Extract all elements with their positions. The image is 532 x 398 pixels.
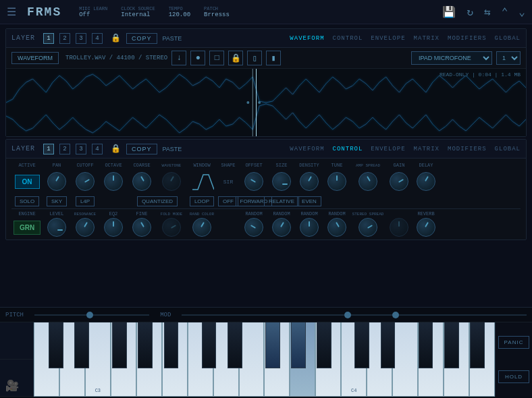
device-select[interactable]: IPAD MICROFONE xyxy=(411,51,492,65)
fine-knob[interactable] xyxy=(132,218,151,237)
random2-knob[interactable] xyxy=(272,218,291,237)
solo-button[interactable]: SOLO xyxy=(15,196,39,206)
black-key-13[interactable] xyxy=(419,322,433,368)
hold-button[interactable]: HOLD xyxy=(498,370,529,383)
paste-wave-icon[interactable]: ▮ xyxy=(266,51,281,65)
black-key-5[interactable] xyxy=(164,322,179,368)
layer2-num-4[interactable]: 4 xyxy=(92,144,103,154)
black-key-8[interactable] xyxy=(265,322,280,368)
cutoff-knob[interactable] xyxy=(76,172,95,191)
menu-icon[interactable]: ☰ xyxy=(7,5,16,19)
black-key-4[interactable] xyxy=(138,322,153,368)
layer1-copy-button[interactable]: COPY xyxy=(126,33,157,44)
tab-layer1-waveform[interactable]: WAVEFORM xyxy=(290,35,324,42)
tab-layer2-matrix[interactable]: MATRIX xyxy=(414,146,440,152)
black-key-6[interactable] xyxy=(202,322,217,368)
tab-layer1-modifiers[interactable]: MODIFIERS xyxy=(448,35,487,42)
coarse-knob[interactable] xyxy=(132,172,151,191)
grn-button[interactable]: GRN xyxy=(14,221,41,235)
tune-knob[interactable] xyxy=(327,172,346,191)
even-button[interactable]: EVEN xyxy=(297,196,321,206)
pitch-handle[interactable] xyxy=(86,312,93,318)
prev-icon[interactable]: ⌃ xyxy=(502,5,508,19)
wavetone-knob[interactable] xyxy=(162,172,181,191)
on-button[interactable]: ON xyxy=(15,175,40,189)
stereo-spread-knob[interactable] xyxy=(358,218,377,237)
sky-button[interactable]: SKY xyxy=(47,196,67,206)
loop-button[interactable]: LOOP xyxy=(190,196,214,206)
tab-layer2-waveform[interactable]: WAVEFORM xyxy=(290,146,324,152)
layer2-paste-button[interactable]: PASTE xyxy=(163,146,182,152)
density-knob[interactable] xyxy=(300,172,319,191)
knob-14[interactable] xyxy=(390,218,408,237)
tab-layer1-matrix[interactable]: MATRIX xyxy=(414,35,440,42)
mod-handle[interactable] xyxy=(344,312,351,318)
crop-icon[interactable]: □ xyxy=(209,51,224,65)
white-key-15[interactable] xyxy=(392,322,418,397)
eq2-knob[interactable] xyxy=(104,218,123,237)
video-icon[interactable]: 🎥 xyxy=(5,380,19,393)
lock-icon[interactable]: 🔒 xyxy=(228,51,243,65)
black-key-15[interactable] xyxy=(470,322,485,368)
random3-knob[interactable] xyxy=(300,218,319,237)
relative-button[interactable]: RELATIVE xyxy=(264,196,299,206)
l4p-button[interactable]: L4P xyxy=(76,196,95,206)
delay-knob[interactable] xyxy=(417,172,435,191)
black-key-7[interactable] xyxy=(228,322,242,368)
shuffle-icon[interactable]: ⇆ xyxy=(484,5,491,19)
undo-icon[interactable]: ↻ xyxy=(467,5,473,19)
layer2-lock-icon[interactable]: 🔒 xyxy=(111,144,121,154)
layer1-num-1[interactable]: 1 xyxy=(43,33,54,44)
black-key-2[interactable] xyxy=(74,322,89,368)
layer1-num-2[interactable]: 2 xyxy=(59,33,70,44)
black-key-10[interactable] xyxy=(317,322,331,368)
octave-pad-1[interactable] xyxy=(0,322,33,360)
tab-layer2-control[interactable]: CONTROL xyxy=(333,146,363,152)
black-key-14[interactable] xyxy=(444,322,459,368)
mod-slider[interactable] xyxy=(182,314,527,316)
tab-layer1-envelope[interactable]: ENVELOPE xyxy=(371,35,405,42)
copy-wave-icon[interactable]: ▯ xyxy=(247,51,262,65)
record-icon[interactable]: ● xyxy=(190,51,205,65)
waveform-button[interactable]: WAVEFORM xyxy=(11,52,59,64)
layer2-num-1[interactable]: 1 xyxy=(43,144,54,154)
layer1-num-3[interactable]: 3 xyxy=(76,33,86,44)
next-icon[interactable]: ⌄ xyxy=(518,5,525,19)
black-key-1[interactable] xyxy=(49,322,63,368)
download-icon[interactable]: ↓ xyxy=(171,51,186,65)
layer1-num-4[interactable]: 4 xyxy=(92,33,103,44)
pitch-slider[interactable] xyxy=(34,314,149,316)
black-key-3[interactable] xyxy=(112,322,127,368)
black-key-11[interactable] xyxy=(354,322,369,368)
rand-color-knob[interactable] xyxy=(192,218,211,237)
layer1-lock-icon[interactable]: 🔒 xyxy=(111,33,121,43)
reverb-knob[interactable] xyxy=(417,218,435,237)
amp-spread-knob[interactable] xyxy=(358,172,377,191)
random4-knob[interactable] xyxy=(327,218,346,237)
tab-layer2-envelope[interactable]: ENVELOPE xyxy=(371,146,405,152)
white-key-9[interactable] xyxy=(239,322,265,397)
level-knob[interactable] xyxy=(47,218,66,237)
gain-knob[interactable] xyxy=(390,172,408,191)
quantized-button[interactable]: QUANTIZED xyxy=(137,196,178,206)
layer2-num-3[interactable]: 3 xyxy=(76,144,86,154)
tab-layer1-control[interactable]: CONTROL xyxy=(333,35,363,42)
size-knob[interactable] xyxy=(272,172,291,191)
layer2-copy-button[interactable]: COPY xyxy=(126,144,157,154)
black-key-9[interactable] xyxy=(291,322,306,368)
tab-layer1-global[interactable]: GLOBAL xyxy=(495,35,521,42)
layer1-paste-button[interactable]: PASTE xyxy=(163,35,182,42)
fold-mode-knob[interactable] xyxy=(162,218,181,237)
layer2-num-2[interactable]: 2 xyxy=(59,144,70,154)
tab-layer2-global[interactable]: GLOBAL xyxy=(495,146,521,152)
save-icon[interactable]: 💾 xyxy=(442,5,456,19)
pan-knob[interactable] xyxy=(47,172,66,191)
midi-learn[interactable]: MIDI LEARN Off xyxy=(79,6,107,18)
tab-layer2-modifiers[interactable]: MODIFIERS xyxy=(448,146,487,152)
black-key-12[interactable] xyxy=(381,322,396,368)
channel-select[interactable]: 1 xyxy=(496,51,521,65)
resonance-knob[interactable] xyxy=(76,218,95,237)
offset-knob[interactable] xyxy=(244,172,263,191)
random1-knob[interactable] xyxy=(244,218,263,237)
panic-button[interactable]: PANIC xyxy=(498,336,529,349)
